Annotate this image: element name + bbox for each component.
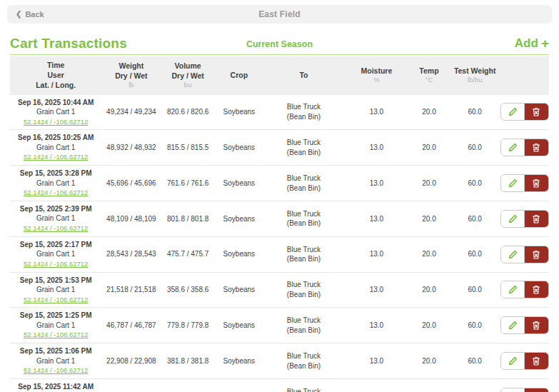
transaction-date: Sep 15, 2025 2:39 PM (10, 204, 101, 214)
trash-x-icon (532, 321, 540, 330)
cell-volume: 801.8 / 801.8 (161, 214, 215, 224)
delete-button[interactable] (525, 246, 548, 263)
delete-button[interactable] (525, 175, 548, 191)
cell-actions (500, 316, 549, 334)
transaction-user: Grain Cart 1 (10, 356, 101, 366)
cell-weight: 49,234 / 49,234 (101, 107, 161, 117)
cell-temp: 20.0 (409, 285, 450, 295)
cell-weight: 48,932 / 48,932 (101, 143, 161, 153)
edit-button[interactable] (501, 139, 525, 156)
cell-temp: 20.0 (409, 107, 450, 117)
transactions-table: Time User Lat. / Long. Weight Dry / Wet … (10, 56, 549, 392)
cell-temp: 20.0 (409, 356, 450, 366)
edit-button[interactable] (501, 211, 525, 227)
lat-long-link[interactable]: 52.1424 / -106.62712 (24, 331, 88, 338)
delete-button[interactable] (525, 139, 548, 156)
table-header-row: Time User Lat. / Long. Weight Dry / Wet … (10, 56, 549, 95)
cell-moisture: 13.0 (344, 249, 409, 259)
table-row: Sep 15, 2025 11:42 AM Grain Cart 1 52.14… (10, 379, 549, 392)
lat-long-link[interactable]: 52.1424 / -106.62712 (24, 224, 88, 232)
season-label: Current Season (10, 39, 549, 49)
transaction-date: Sep 15, 2025 2:17 PM (10, 240, 101, 250)
to-destination-detail: (Bean Bin) (263, 112, 344, 122)
cell-to: Blue Truck (Bean Bin) (263, 245, 344, 264)
row-action-buttons (500, 174, 549, 192)
table-row: Sep 15, 2025 1:53 PM Grain Cart 1 52.142… (10, 273, 549, 308)
cell-to: Blue Truck (Bean Bin) (263, 209, 344, 228)
add-transaction-button[interactable]: Add + (515, 36, 549, 51)
table-row: Sep 15, 2025 1:25 PM Grain Cart 1 52.142… (10, 308, 549, 343)
to-destination: Blue Truck (263, 280, 344, 290)
transaction-user: Grain Cart 1 (10, 285, 101, 295)
lat-long-link[interactable]: 52.1424 / -106.62712 (24, 260, 88, 268)
edit-button[interactable] (501, 388, 525, 392)
cell-time: Sep 15, 2025 11:42 AM Grain Cart 1 52.14… (10, 382, 101, 392)
lat-long-link[interactable]: 52.1424 / -106.62712 (24, 118, 88, 126)
cell-to: Blue Truck (Bean Bin) (263, 316, 344, 335)
cell-time: Sep 15, 2025 3:28 PM Grain Cart 1 52.142… (10, 169, 101, 198)
table-body: Sep 16, 2025 10:44 AM Grain Cart 1 52.14… (10, 95, 549, 392)
cell-time: Sep 15, 2025 1:06 PM Grain Cart 1 52.142… (10, 346, 101, 376)
lat-long-link[interactable]: 52.1424 / -106.62712 (24, 153, 88, 161)
transaction-date: Sep 15, 2025 1:25 PM (10, 311, 101, 321)
edit-button[interactable] (501, 281, 525, 298)
delete-button[interactable] (525, 211, 548, 227)
col-header-time: Time User Lat. / Long. (10, 60, 101, 91)
cell-actions (500, 174, 549, 192)
to-destination-detail: (Bean Bin) (263, 361, 344, 371)
pencil-icon (508, 214, 518, 223)
add-button-label: Add (515, 36, 538, 51)
cell-test-weight: 60.0 (449, 179, 500, 189)
to-destination-detail: (Bean Bin) (263, 254, 344, 264)
row-action-buttons (500, 388, 549, 392)
transaction-user: Grain Cart 1 (10, 179, 101, 189)
cell-crop: Soybeans (215, 285, 263, 295)
edit-button[interactable] (501, 246, 525, 263)
cell-moisture: 13.0 (344, 214, 409, 224)
lat-long-link[interactable]: 52.1424 / -106.62712 (24, 296, 88, 303)
to-destination-detail: (Bean Bin) (263, 218, 344, 228)
transaction-user: Grain Cart 1 (10, 249, 101, 259)
table-row: Sep 15, 2025 1:06 PM Grain Cart 1 52.142… (10, 343, 549, 379)
transaction-date: Sep 16, 2025 10:44 AM (10, 98, 101, 108)
cell-time: Sep 15, 2025 1:25 PM Grain Cart 1 52.142… (10, 311, 101, 340)
to-destination-detail: (Bean Bin) (263, 326, 344, 336)
cell-temp: 20.0 (409, 214, 450, 224)
to-destination: Blue Truck (263, 245, 344, 255)
transaction-user: Grain Cart 1 (10, 107, 101, 117)
plus-icon: + (541, 36, 549, 51)
row-action-buttons (500, 210, 549, 228)
col-header-weight: Weight Dry / Wet lb (101, 61, 161, 90)
to-destination: Blue Truck (263, 102, 344, 112)
delete-button[interactable] (525, 104, 548, 120)
to-destination: Blue Truck (263, 174, 344, 184)
lat-long-link[interactable]: 52.1424 / -106.62712 (24, 189, 88, 196)
delete-button[interactable] (525, 317, 548, 333)
table-row: Sep 16, 2025 10:25 AM Grain Cart 1 52.14… (10, 130, 549, 166)
edit-button[interactable] (501, 353, 525, 369)
pencil-icon (508, 321, 518, 330)
edit-button[interactable] (501, 317, 525, 333)
edit-button[interactable] (501, 175, 525, 191)
cell-test-weight: 60.0 (449, 321, 500, 331)
edit-button[interactable] (501, 104, 525, 120)
cell-to: Blue Truck (Bean Bin) (263, 351, 344, 371)
lat-long-link[interactable]: 52.1424 / -106.62712 (24, 366, 88, 374)
to-destination-detail: (Bean Bin) (263, 184, 344, 194)
cell-test-weight: 60.0 (449, 356, 500, 366)
cell-temp: 20.0 (409, 249, 450, 259)
delete-button[interactable] (525, 388, 548, 392)
trash-x-icon (532, 214, 540, 223)
delete-button[interactable] (525, 281, 548, 298)
pencil-icon (508, 250, 518, 259)
cell-time: Sep 15, 2025 2:39 PM Grain Cart 1 52.142… (10, 204, 101, 233)
cell-moisture: 13.0 (344, 321, 409, 331)
to-destination: Blue Truck (263, 209, 344, 219)
cell-moisture: 13.0 (344, 179, 409, 189)
cell-actions (500, 388, 549, 392)
cell-volume: 381.8 / 381.8 (161, 356, 215, 366)
cell-weight: 45,696 / 45,696 (101, 179, 161, 189)
transaction-date: Sep 16, 2025 10:25 AM (10, 133, 101, 143)
to-destination: Blue Truck (263, 316, 344, 326)
delete-button[interactable] (525, 353, 548, 369)
